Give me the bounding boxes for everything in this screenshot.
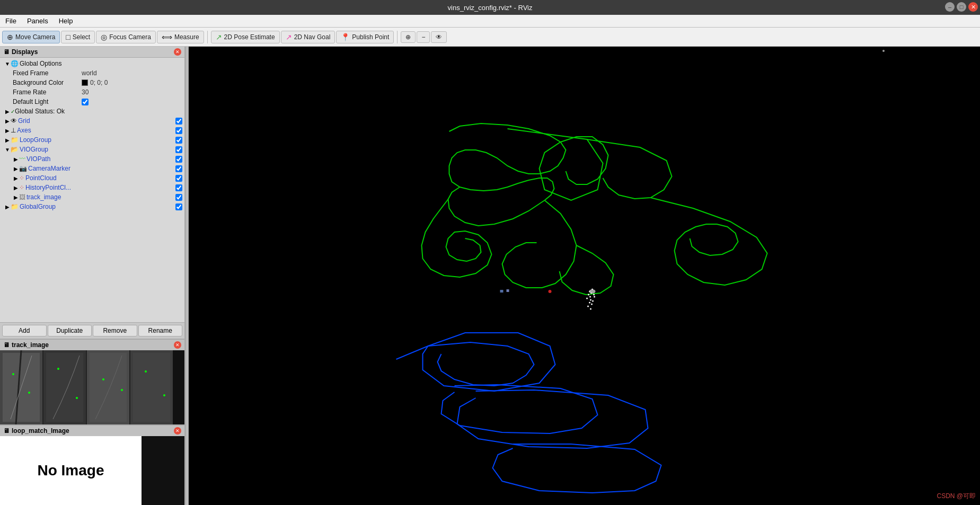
svg-point-34 — [587, 306, 589, 307]
publish-point-icon: 📍 — [341, 33, 350, 41]
nav-goal-button[interactable]: ↗ 2D Nav Goal — [281, 31, 336, 43]
svg-rect-39 — [507, 289, 509, 292]
viewport-dot — [882, 50, 885, 52]
svg-rect-21 — [190, 47, 979, 505]
loopgroup-arrow: ▶ — [4, 137, 11, 143]
svg-point-12 — [57, 368, 59, 370]
nav-goal-icon: ↗ — [286, 33, 292, 41]
grid-checkbox[interactable] — [175, 118, 182, 125]
loop-match-dark-area — [142, 436, 184, 505]
toolbar: ⊕ Move Camera □ Select ◎ Focus Camera ⟺ … — [0, 28, 980, 47]
viopath-checkbox[interactable] — [175, 156, 182, 163]
loop-match-header: 🖥 loop_match_Image ✕ — [0, 426, 184, 436]
historypointcloud-checkbox[interactable] — [175, 184, 182, 191]
axes-arrow: ▶ — [4, 128, 11, 134]
svg-point-24 — [588, 294, 589, 296]
3d-visualization — [189, 47, 980, 505]
globalgroup-item[interactable]: ▶ 📁 GlobalGroup — [0, 202, 184, 211]
monitor-icon-track: 🖥 — [3, 341, 10, 349]
global-status-item[interactable]: ▶ ✓ Global Status: Ok — [0, 107, 184, 116]
track-image-header: 🖥 track_image ✕ — [0, 340, 184, 350]
global-options-arrow: ▼ — [4, 61, 11, 67]
globe-icon: 🌐 — [11, 60, 19, 67]
bg-color-row: Background Color 0; 0; 0 — [0, 78, 184, 87]
displays-close-button[interactable]: ✕ — [174, 48, 181, 56]
svg-point-29 — [590, 299, 591, 301]
historypointcloud-item[interactable]: ▶ ⁘ HistoryPointCl... — [0, 183, 184, 192]
svg-point-16 — [145, 370, 147, 373]
maximize-button[interactable]: □ — [957, 2, 966, 12]
cameramarker-arrow: ▶ — [13, 166, 19, 172]
camera-icon: 📷 — [19, 165, 27, 172]
pointcloud-icon: ⁘ — [19, 174, 24, 182]
minimize-button[interactable]: – — [945, 2, 955, 12]
select-icon: □ — [66, 33, 70, 41]
path-icon: 〰 — [19, 155, 25, 163]
measure-button[interactable]: ⟺ Measure — [157, 31, 204, 43]
pose-estimate-button[interactable]: ↗ 2D Pose Estimate — [211, 31, 280, 43]
svg-point-37 — [589, 289, 596, 294]
grid-arrow: ▶ — [4, 118, 11, 124]
add-button[interactable]: Add — [2, 325, 47, 336]
trackimage-checkbox[interactable] — [175, 194, 182, 201]
default-light-row: Default Light — [0, 97, 184, 107]
track-image-close-button[interactable]: ✕ — [174, 341, 181, 349]
viogroup-arrow: ▼ — [4, 147, 11, 153]
pointcloud-item[interactable]: ▶ ⁘ PointCloud — [0, 173, 184, 183]
default-light-checkbox[interactable] — [82, 99, 89, 105]
crosshair-icon: ⊕ — [405, 33, 411, 41]
eye-icon: 👁 — [11, 117, 17, 125]
pointcloud-checkbox[interactable] — [175, 175, 182, 182]
loop-match-area: No Image — [0, 436, 184, 505]
toolbar-separator-1 — [207, 31, 208, 43]
trackimage-item[interactable]: ▶ 🖼 track_image — [0, 192, 184, 202]
select-button[interactable]: □ Select — [61, 31, 95, 43]
bg-color-swatch[interactable] — [82, 79, 88, 86]
menu-help[interactable]: Help — [54, 16, 78, 26]
axes-checkbox[interactable] — [175, 127, 182, 134]
global-options-item[interactable]: ▼ 🌐 Global Options — [0, 59, 184, 68]
viogroup-item[interactable]: ▼ 📂 VIOGroup — [0, 145, 184, 154]
remove-button[interactable]: Remove — [93, 325, 137, 336]
global-status-check: ✓ — [11, 109, 15, 114]
grid-item[interactable]: ▶ 👁 Grid — [0, 116, 184, 126]
bg-color-value: 0; 0; 0 — [90, 79, 108, 86]
axes-item[interactable]: ▶ ⊥ Axes — [0, 126, 184, 135]
svg-rect-5 — [46, 353, 83, 422]
viopath-arrow: ▶ — [13, 156, 19, 162]
loopgroup-item[interactable]: ▶ 📁 LoopGroup — [0, 135, 184, 145]
cameramarker-checkbox[interactable] — [175, 165, 182, 172]
menu-panels[interactable]: Panels — [22, 16, 54, 26]
cameramarker-item[interactable]: ▶ 📷 CameraMarker — [0, 164, 184, 173]
move-camera-button[interactable]: ⊕ Move Camera — [2, 31, 60, 43]
minus-button[interactable]: − — [417, 31, 430, 43]
focus-camera-button[interactable]: ◎ Focus Camera — [96, 31, 156, 43]
svg-point-35 — [590, 308, 591, 310]
publish-point-button[interactable]: 📍 Publish Point — [336, 31, 394, 43]
svg-point-27 — [593, 294, 595, 296]
rename-button[interactable]: Rename — [138, 325, 183, 336]
titlebar-title: vins_rviz_config.rviz* - RViz — [448, 4, 533, 12]
viogroup-checkbox[interactable] — [175, 146, 182, 153]
globalgroup-checkbox[interactable] — [175, 203, 182, 210]
track-image-svg — [0, 350, 183, 424]
svg-rect-9 — [133, 353, 170, 422]
view-button[interactable]: 👁 — [431, 31, 447, 43]
measure-icon: ⟺ — [162, 33, 172, 41]
loop-match-close-button[interactable]: ✕ — [174, 427, 181, 435]
historypointcloud-icon: ⁘ — [19, 184, 24, 191]
viewport[interactable]: CSDN @可即 — [189, 47, 980, 505]
move-camera-icon: ⊕ — [7, 33, 13, 41]
svg-point-33 — [591, 304, 593, 305]
loopgroup-checkbox[interactable] — [175, 137, 182, 144]
main-layout: 🖥 Displays ✕ ▼ 🌐 Global Options Fixed Fr… — [0, 47, 980, 505]
svg-point-28 — [586, 298, 588, 299]
menu-file[interactable]: File — [0, 16, 22, 26]
svg-point-26 — [589, 296, 591, 298]
crosshair-button[interactable]: ⊕ — [401, 31, 416, 43]
duplicate-button[interactable]: Duplicate — [48, 325, 92, 336]
close-button[interactable]: ✕ — [968, 2, 978, 12]
view-icon: 👁 — [436, 33, 442, 41]
viopath-item[interactable]: ▶ 〰 VIOPath — [0, 154, 184, 164]
globalgroup-arrow: ▶ — [4, 204, 11, 210]
